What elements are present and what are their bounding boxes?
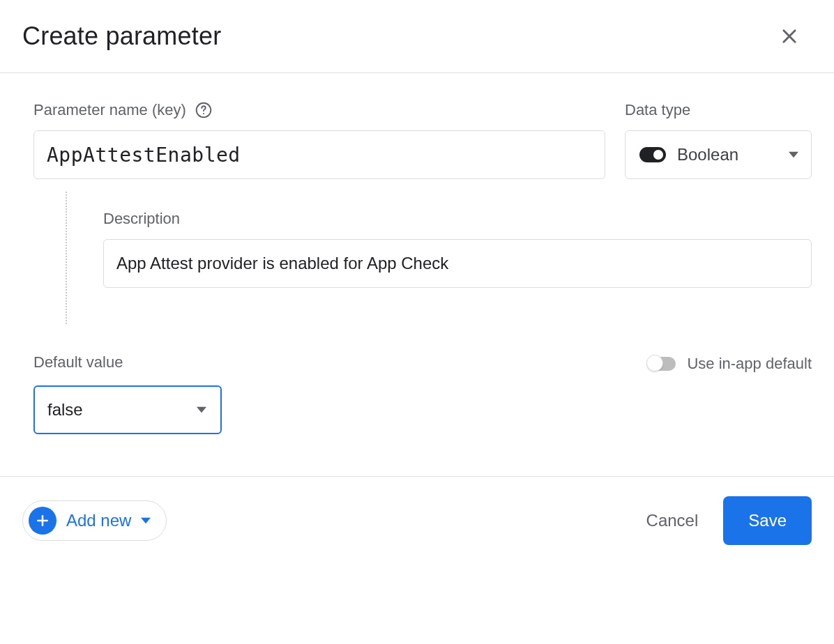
dialog-header: Create parameter (0, 0, 834, 73)
dialog-footer: Add new Cancel Save (0, 476, 834, 577)
description-input[interactable] (103, 239, 812, 288)
parameter-name-field: Parameter name (key) (33, 101, 605, 179)
parameter-name-label-text: Parameter name (key) (33, 101, 186, 119)
close-icon (780, 26, 799, 46)
data-type-select[interactable]: Boolean (625, 130, 812, 179)
description-label: Description (103, 210, 812, 228)
description-block: Description (66, 192, 812, 324)
dialog-body: Parameter name (key) Data type Boolean (0, 73, 834, 476)
boolean-type-icon (639, 147, 666, 162)
create-parameter-dialog: Create parameter Parameter name (key) Da… (0, 0, 834, 577)
data-type-field: Data type Boolean (625, 101, 812, 179)
default-value-label: Default value (33, 353, 222, 371)
use-in-app-default-toggle[interactable]: Use in-app default (648, 355, 812, 373)
dialog-title: Create parameter (22, 22, 221, 51)
help-icon[interactable] (195, 101, 213, 119)
chevron-down-icon (141, 516, 151, 526)
plus-icon (29, 507, 56, 535)
cancel-button[interactable]: Cancel (646, 511, 699, 530)
svg-point-3 (203, 113, 204, 114)
default-value-field: Default value false (33, 353, 222, 434)
save-button[interactable]: Save (723, 496, 812, 545)
chevron-down-icon (197, 405, 206, 415)
default-value-select[interactable]: false (33, 385, 222, 434)
data-type-label: Data type (625, 101, 812, 119)
default-value-selected-text: false (47, 400, 83, 420)
top-row: Parameter name (key) Data type Boolean (33, 101, 812, 179)
default-value-row: Default value false Use in-app default (33, 353, 812, 434)
data-type-selected-text: Boolean (677, 145, 738, 164)
footer-actions: Cancel Save (646, 496, 812, 545)
parameter-name-label: Parameter name (key) (33, 101, 605, 119)
toggle-off-icon (648, 357, 676, 371)
use-in-app-default-label: Use in-app default (687, 355, 812, 373)
add-new-button[interactable]: Add new (22, 500, 167, 541)
close-button[interactable] (773, 20, 806, 53)
chevron-down-icon (789, 150, 798, 160)
parameter-name-input[interactable] (33, 130, 605, 179)
add-new-label: Add new (66, 511, 131, 530)
